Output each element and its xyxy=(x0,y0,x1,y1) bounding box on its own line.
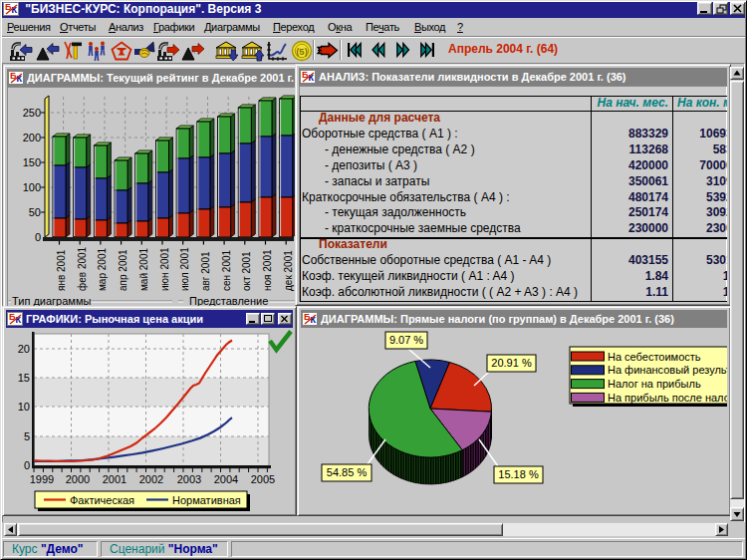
svg-text:2000: 2000 xyxy=(66,473,90,485)
svg-text:На прибыль после налогообложен: На прибыль после налогообложения xyxy=(608,392,727,404)
svg-text:50: 50 xyxy=(29,206,41,218)
svg-text:2002: 2002 xyxy=(139,473,163,485)
svg-text:фев 2001: фев 2001 xyxy=(77,246,88,291)
svg-text:20: 20 xyxy=(18,343,30,355)
svg-text:200: 200 xyxy=(23,132,41,143)
svg-text:ноя 2001: ноя 2001 xyxy=(262,249,273,291)
svg-text:54.85 %: 54.85 % xyxy=(327,466,368,478)
svg-text:100: 100 xyxy=(23,181,41,193)
svg-text:250: 250 xyxy=(23,107,41,119)
svg-text:2003: 2003 xyxy=(177,473,201,485)
svg-text:2001: 2001 xyxy=(103,473,126,485)
svg-text:авг 2001: авг 2001 xyxy=(200,251,211,291)
svg-text:2004: 2004 xyxy=(214,473,238,485)
svg-text:0: 0 xyxy=(35,231,41,243)
svg-text:апр 2001: апр 2001 xyxy=(118,249,128,291)
svg-text:1999: 1999 xyxy=(30,473,54,485)
svg-text:0: 0 xyxy=(24,459,30,471)
svg-text:(5): (5) xyxy=(296,46,308,57)
svg-text:май 2001: май 2001 xyxy=(138,248,149,291)
svg-text:15.18 %: 15.18 % xyxy=(498,468,539,480)
svg-text:янв 2001: янв 2001 xyxy=(56,249,67,291)
svg-text:На себестоимость: На себестоимость xyxy=(608,351,701,363)
svg-text:Фактическая: Фактическая xyxy=(70,494,134,506)
svg-text:окт 2001: окт 2001 xyxy=(241,251,252,291)
svg-text:дек 2001: дек 2001 xyxy=(283,250,294,291)
svg-text:июл 2001: июл 2001 xyxy=(179,247,190,291)
svg-text:150: 150 xyxy=(23,156,41,168)
svg-text:мар 2001: мар 2001 xyxy=(97,248,108,291)
svg-text:июн 2001: июн 2001 xyxy=(159,247,170,291)
svg-text:10: 10 xyxy=(18,401,30,413)
svg-text:5: 5 xyxy=(24,430,30,442)
svg-text:Нормативная: Нормативная xyxy=(172,494,241,506)
svg-text:9.07 %: 9.07 % xyxy=(389,334,423,346)
svg-text:20.91 %: 20.91 % xyxy=(491,357,532,369)
svg-text:сен 2001: сен 2001 xyxy=(221,249,232,291)
svg-text:2005: 2005 xyxy=(251,473,275,485)
svg-text:15: 15 xyxy=(18,372,30,384)
svg-text:На финансовый результат: На финансовый результат xyxy=(608,364,727,376)
svg-text:Налог на прибыль: Налог на прибыль xyxy=(608,378,701,390)
